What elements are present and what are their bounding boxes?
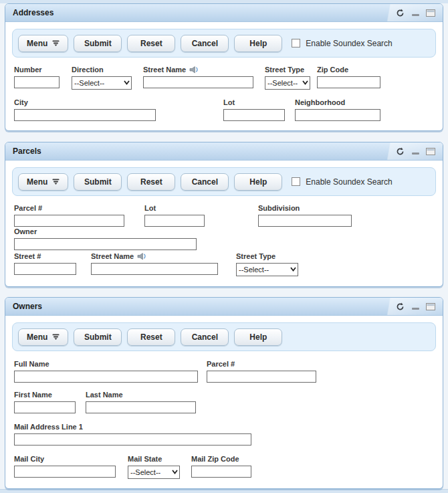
owner-label: Owner	[14, 227, 197, 235]
street-type-select[interactable]: --Select--	[265, 76, 310, 90]
last-name-input[interactable]	[86, 401, 196, 413]
window-controls	[395, 302, 435, 311]
panel-title: Parcels	[13, 146, 41, 156]
lot-input[interactable]	[223, 109, 285, 121]
mail-state-label: Mail State	[128, 455, 180, 463]
reset-button[interactable]: Reset	[127, 173, 175, 191]
first-name-input[interactable]	[14, 401, 76, 413]
menu-dropdown-icon	[52, 179, 60, 185]
owners-toolbar: Menu Submit Reset Cancel Help	[12, 322, 436, 351]
lot-label: Lot	[144, 204, 205, 212]
maximize-icon[interactable]	[426, 146, 435, 156]
soundex-option: Enable Soundex Search	[292, 177, 392, 187]
soundex-checkbox[interactable]	[292, 39, 300, 47]
menu-button-label: Menu	[27, 39, 47, 48]
lot-input[interactable]	[144, 215, 205, 227]
help-button[interactable]: Help	[234, 173, 282, 191]
refresh-icon[interactable]	[395, 302, 405, 311]
submit-button[interactable]: Submit	[74, 328, 122, 346]
minimize-icon[interactable]	[411, 146, 420, 156]
parcel-number-label: Parcel #	[207, 360, 316, 368]
parcels-panel: Parcels Menu Submit Reset Cancel Help En…	[5, 142, 443, 287]
maximize-icon[interactable]	[426, 8, 435, 17]
mail-city-input[interactable]	[14, 466, 116, 478]
menu-button-label: Menu	[27, 332, 47, 342]
neighborhood-label: Neighborhood	[295, 98, 380, 106]
window-controls	[395, 146, 435, 156]
parcel-number-input[interactable]	[14, 215, 124, 227]
menu-dropdown-icon	[52, 334, 60, 340]
window-controls	[395, 8, 435, 17]
menu-button[interactable]: Menu	[18, 328, 68, 346]
street-number-input[interactable]	[14, 263, 76, 275]
minimize-icon[interactable]	[411, 8, 420, 17]
panel-title: Addresses	[13, 8, 53, 17]
addresses-toolbar: Menu Submit Reset Cancel Help Enable Sou…	[12, 29, 436, 58]
last-name-label: Last Name	[86, 391, 196, 399]
subdivision-label: Subdivision	[258, 204, 352, 212]
street-number-label: Street #	[14, 252, 76, 260]
parcels-panel-header: Parcels	[5, 142, 443, 161]
refresh-icon[interactable]	[395, 8, 405, 17]
city-input[interactable]	[14, 109, 156, 121]
refresh-icon[interactable]	[395, 146, 405, 156]
street-type-select[interactable]: --Select--	[236, 263, 298, 276]
owners-panel-header: Owners	[5, 298, 443, 316]
direction-select[interactable]: --Select--	[72, 76, 132, 90]
menu-dropdown-icon	[52, 40, 60, 46]
cancel-button[interactable]: Cancel	[181, 35, 229, 52]
addresses-panel: Addresses Menu Submit Reset Cancel Help …	[5, 3, 443, 131]
reset-button[interactable]: Reset	[127, 328, 175, 346]
minimize-icon[interactable]	[411, 302, 420, 311]
reset-button[interactable]: Reset	[127, 35, 175, 52]
parcel-number-input[interactable]	[207, 371, 316, 383]
full-name-input[interactable]	[14, 371, 198, 383]
help-button[interactable]: Help	[234, 35, 282, 52]
help-button[interactable]: Help	[234, 328, 282, 346]
soundex-checkbox[interactable]	[292, 177, 300, 186]
cancel-button[interactable]: Cancel	[181, 328, 229, 346]
subdivision-input[interactable]	[258, 215, 352, 227]
street-name-label: Street Name	[143, 66, 253, 74]
mail-zip-code-input[interactable]	[191, 466, 251, 478]
submit-button[interactable]: Submit	[74, 173, 122, 191]
soundex-label: Enable Soundex Search	[306, 39, 392, 48]
panel-title: Owners	[13, 302, 42, 311]
street-type-label: Street Type	[265, 66, 310, 74]
mail-address-line1-label: Mail Address Line 1	[14, 423, 251, 431]
owners-panel: Owners Menu Submit Reset Cancel Help Ful…	[5, 297, 443, 489]
owner-input[interactable]	[14, 238, 197, 250]
soundex-option: Enable Soundex Search	[292, 39, 392, 48]
zip-code-input[interactable]	[317, 76, 380, 88]
menu-button-label: Menu	[27, 177, 47, 187]
soundex-label: Enable Soundex Search	[306, 177, 392, 187]
cancel-button[interactable]: Cancel	[181, 173, 229, 191]
street-name-input[interactable]	[143, 76, 253, 88]
city-label: City	[14, 98, 156, 106]
parcels-toolbar: Menu Submit Reset Cancel Help Enable Sou…	[12, 167, 436, 196]
street-type-label: Street Type	[236, 252, 298, 260]
addresses-panel-header: Addresses	[5, 4, 443, 22]
zip-code-label: Zip Code	[317, 66, 380, 74]
menu-button[interactable]: Menu	[18, 173, 68, 191]
number-label: Number	[14, 66, 60, 74]
page-bottom-strip	[0, 489, 448, 493]
street-name-label: Street Name	[91, 252, 218, 260]
first-name-label: First Name	[14, 391, 76, 399]
mail-address-line1-input[interactable]	[14, 433, 251, 446]
street-name-input[interactable]	[91, 263, 218, 275]
lot-label: Lot	[223, 98, 285, 106]
mail-zip-code-label: Mail Zip Code	[191, 455, 251, 463]
full-name-label: Full Name	[14, 360, 198, 368]
mail-city-label: Mail City	[14, 455, 116, 463]
submit-button[interactable]: Submit	[74, 35, 122, 52]
number-input[interactable]	[14, 76, 60, 88]
mail-state-select[interactable]: --Select--	[128, 466, 180, 479]
maximize-icon[interactable]	[426, 302, 435, 311]
parcel-number-label: Parcel #	[14, 204, 124, 212]
neighborhood-input[interactable]	[295, 109, 380, 121]
menu-button[interactable]: Menu	[18, 35, 68, 52]
soundex-sound-icon	[189, 66, 199, 74]
direction-label: Direction	[72, 66, 132, 74]
soundex-sound-icon	[137, 252, 147, 261]
